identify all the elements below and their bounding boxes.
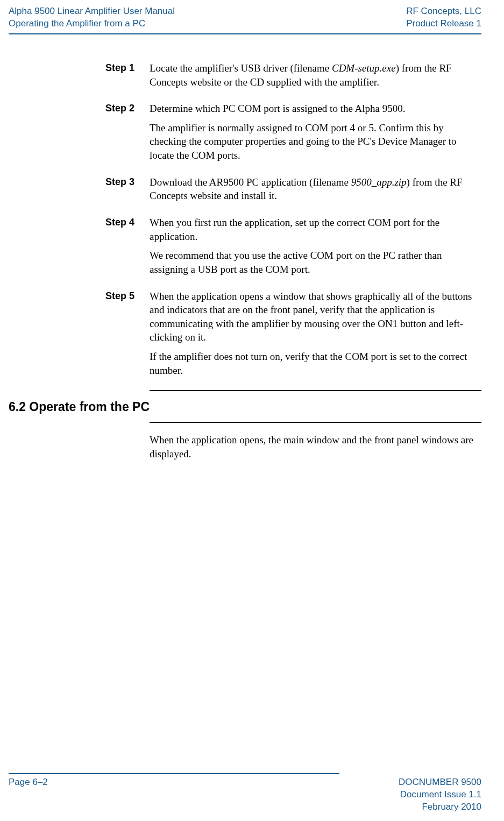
section-rule-top (150, 390, 481, 391)
step-row: Step 5When the application opens a windo… (9, 289, 481, 383)
doc-date: February 2010 (399, 801, 481, 813)
step-row: Step 3Download the AR9500 PC application… (9, 175, 481, 208)
step-body: Determine which PC COM port is assigned … (150, 102, 481, 168)
step-row: Step 4When you first run the application… (9, 216, 481, 282)
step-paragraph: We recommend that you use the active COM… (150, 249, 481, 276)
step-label: Step 1 (9, 61, 150, 94)
header-left: Alpha 9500 Linear Amplifier User Manual … (9, 5, 175, 30)
step-paragraph: The amplifier is normally assigned to CO… (150, 121, 481, 162)
step-body: When the application opens a window that… (150, 289, 481, 383)
step-paragraph: Download the AR9500 PC application (file… (150, 175, 481, 203)
company-name: RF Concepts, LLC (406, 5, 481, 18)
step-row: Step 2Determine which PC COM port is ass… (9, 102, 481, 168)
footer-row: Page 6–2 DOCNUMBER 9500 Document Issue 1… (9, 776, 481, 813)
section-intro-text: When the application opens, the main win… (150, 433, 481, 461)
steps-list: Step 1Locate the amplifier's USB driver … (9, 61, 481, 383)
step-row: Step 1Locate the amplifier's USB driver … (9, 61, 481, 94)
chapter-title: Operating the Amplifier from a PC (9, 18, 175, 30)
step-label: Step 3 (9, 175, 150, 208)
section-intro-block: When the application opens, the main win… (150, 433, 481, 461)
doc-title: Alpha 9500 Linear Amplifier User Manual (9, 5, 175, 18)
step-paragraph: If the amplifier does not turn on, verif… (150, 350, 481, 377)
section-heading: 6.2 Operate from the PC (9, 399, 481, 415)
header-right: RF Concepts, LLC Product Release 1 (406, 5, 481, 30)
doc-number: DOCNUMBER 9500 (399, 776, 481, 789)
step-body: When you first run the application, set … (150, 216, 481, 282)
step-label: Step 2 (9, 102, 150, 168)
step-paragraph: When you first run the application, set … (150, 216, 481, 243)
step-label: Step 5 (9, 289, 150, 383)
step-body: Locate the amplifier's USB driver (filen… (150, 61, 481, 94)
step-paragraph: When the application opens a window that… (150, 289, 481, 345)
step-paragraph: Determine which PC COM port is assigned … (150, 102, 481, 116)
product-release: Product Release 1 (406, 18, 481, 30)
step-paragraph: Locate the amplifier's USB driver (filen… (150, 61, 481, 89)
page-content: Step 1Locate the amplifier's USB driver … (0, 34, 504, 461)
footer-rule (9, 773, 339, 774)
step-body: Download the AR9500 PC application (file… (150, 175, 481, 208)
section-rule-bottom (150, 422, 481, 423)
doc-issue: Document Issue 1.1 (399, 789, 481, 801)
page-footer: Page 6–2 DOCNUMBER 9500 Document Issue 1… (9, 773, 481, 813)
page-number: Page 6–2 (9, 776, 48, 813)
step-label: Step 4 (9, 216, 150, 282)
page-header: Alpha 9500 Linear Amplifier User Manual … (0, 0, 504, 32)
footer-right: DOCNUMBER 9500 Document Issue 1.1 Februa… (399, 776, 481, 813)
